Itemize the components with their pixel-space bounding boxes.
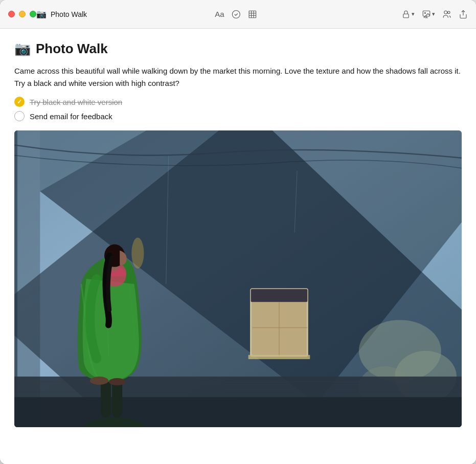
photo-svg [14, 130, 462, 427]
checklist-item-2[interactable]: Send email for feedback [14, 111, 462, 121]
titlebar-center: Aa [215, 10, 261, 19]
photo-container [14, 130, 462, 427]
media-button[interactable]: ▾ [422, 10, 435, 19]
window-title: 📷 Photo Walk [36, 9, 87, 19]
svg-point-44 [90, 377, 108, 385]
note-title: 📷 Photo Walk [14, 41, 462, 57]
svg-rect-6 [403, 14, 409, 18]
photo-scene [14, 130, 462, 427]
collaboration-icon[interactable] [442, 10, 451, 19]
window-title-text: Photo Walk [51, 10, 87, 18]
table-icon[interactable] [248, 10, 257, 19]
lock-button[interactable]: ▾ [401, 10, 415, 19]
checklist-item-2-text: Send email for feedback [30, 112, 112, 121]
titlebar: Aa 📷 Photo Walk ▾ ▾ [0, 0, 476, 29]
note-title-text: Photo Walk [36, 41, 108, 57]
svg-point-33 [131, 238, 144, 269]
traffic-lights [8, 11, 36, 17]
note-title-icon: 📷 [14, 41, 31, 57]
checklist-icon[interactable] [232, 10, 241, 19]
svg-point-9 [444, 11, 447, 14]
checklist-item-1[interactable]: Try black and white version [14, 97, 462, 107]
font-format-button[interactable]: Aa [215, 10, 224, 18]
svg-point-10 [448, 11, 450, 14]
close-button[interactable] [8, 11, 15, 17]
svg-rect-1 [249, 11, 256, 18]
checkbox-unchecked-icon[interactable] [14, 111, 25, 121]
note-body: Came across this beautiful wall while wa… [14, 65, 462, 90]
svg-point-45 [109, 378, 125, 385]
note-content: 📷 Photo Walk Came across this beautiful … [0, 29, 476, 464]
checklist-item-1-text: Try black and white version [30, 98, 122, 106]
share-icon[interactable] [459, 10, 468, 19]
svg-rect-35 [14, 397, 462, 427]
titlebar-right-controls: ▾ ▾ [401, 10, 468, 19]
svg-rect-24 [251, 289, 308, 302]
maximize-button[interactable] [30, 11, 36, 17]
svg-rect-27 [248, 355, 310, 359]
window-title-icon: 📷 [36, 9, 47, 19]
checkbox-checked-icon[interactable] [14, 97, 25, 107]
svg-point-8 [424, 12, 425, 13]
titlebar-left-controls: Aa [215, 10, 257, 19]
svg-point-0 [232, 10, 240, 18]
minimize-button[interactable] [19, 11, 26, 17]
checklist: Try black and white version Send email f… [14, 97, 462, 121]
app-window: Aa 📷 Photo Walk ▾ ▾ [0, 0, 476, 464]
